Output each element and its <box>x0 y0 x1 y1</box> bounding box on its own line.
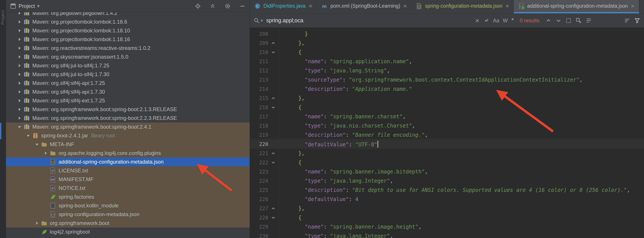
fold-marker-icon[interactable] <box>268 160 278 165</box>
editor-line[interactable]: 219 "description": "Banner file encoding… <box>250 130 644 140</box>
tree-row[interactable]: org.apache.logging.log4j.core.config.plu… <box>6 149 250 157</box>
editor-line[interactable]: 227 }, <box>250 204 644 213</box>
collapse-all-icon[interactable] <box>210 3 216 10</box>
collapse-chevron-icon[interactable] <box>33 142 41 147</box>
editor-line[interactable]: 215 }, <box>250 94 644 103</box>
clear-search-icon[interactable]: × <box>475 17 480 24</box>
editor-line[interactable]: 216 { <box>250 103 644 112</box>
tree-row[interactable]: Maven: org.projectlombok:lombok:1.18.10 <box>6 26 250 35</box>
tree-row[interactable]: Maven: org.projectlombok:lombok:1.18.6 <box>6 18 250 26</box>
tree-row[interactable]: Maven: org.skyscreamer:jsonassert:1.5.0 <box>6 53 250 61</box>
editor-line[interactable]: 218 "type": "java.nio.charset.Charset", <box>250 121 644 130</box>
editor-tab[interactable]: {}additional-spring-configuration-metada… <box>514 0 639 13</box>
expand-chevron-icon[interactable] <box>16 19 24 25</box>
tree-row[interactable]: {}additional-spring-configuration-metada… <box>6 157 250 166</box>
editor-line[interactable]: 225 "description": "Bit depth to use for… <box>250 185 644 195</box>
search-history-chevron-icon[interactable]: ▾ <box>261 18 263 23</box>
fold-marker-icon[interactable] <box>268 151 278 156</box>
editor-line[interactable]: 211 "name": "spring.application.name", <box>250 57 644 66</box>
expand-chevron-icon[interactable] <box>16 37 24 42</box>
add-occurrence-icon[interactable] <box>575 17 582 24</box>
tree-row[interactable]: spring-boot.kotlin_module <box>6 201 250 210</box>
newline-icon[interactable] <box>483 17 490 24</box>
editor-line[interactable]: 212 "type": "java.lang.String", <box>250 66 644 75</box>
expand-chevron-icon[interactable] <box>16 28 24 34</box>
expand-chevron-icon[interactable] <box>16 63 24 69</box>
collapse-chevron-icon[interactable] <box>24 133 32 138</box>
editor-line[interactable]: 228 { <box>250 213 644 222</box>
tree-row[interactable]: NOTICE.txt <box>6 184 250 192</box>
expand-chevron-icon[interactable] <box>16 107 24 112</box>
search-icon[interactable] <box>253 17 260 24</box>
match-case-toggle[interactable]: Aa <box>493 18 499 24</box>
panel-title[interactable]: Project <box>18 3 35 9</box>
select-opened-file-icon[interactable] <box>194 3 201 10</box>
find-in-selection-icon[interactable] <box>565 17 572 24</box>
select-all-occurrences-icon[interactable] <box>586 17 592 24</box>
expand-chevron-icon[interactable] <box>16 115 24 121</box>
editor-line[interactable]: 208 } <box>250 29 644 39</box>
expand-chevron-icon[interactable] <box>16 89 24 95</box>
search-options-icon[interactable] <box>624 17 630 24</box>
collapse-chevron-icon[interactable] <box>16 124 24 130</box>
editor-line[interactable]: 222 { <box>250 158 644 167</box>
tree-row[interactable]: log4j2.springboot <box>6 227 250 236</box>
tree-row[interactable]: Maven: org.projectlombok:lombok:1.18.16 <box>6 35 250 44</box>
filter-icon[interactable] <box>634 17 640 24</box>
expand-chevron-icon[interactable] <box>42 150 50 156</box>
fold-marker-icon[interactable] <box>268 105 278 110</box>
editor-line[interactable]: 220 "defaultValue": "UTF-8" <box>250 140 644 149</box>
close-icon[interactable]: × <box>309 3 312 9</box>
expand-chevron-icon[interactable] <box>16 72 24 77</box>
editor-line[interactable]: 223 "name": "spring.banner.image.bitdept… <box>250 167 644 176</box>
close-icon[interactable]: × <box>631 3 634 9</box>
expand-chevron-icon[interactable] <box>16 54 24 60</box>
tree-row[interactable]: Maven: org.slf4j:jul-to-slf4j:1.7.25 <box>6 61 250 70</box>
tree-row[interactable]: Maven: org.reactivestreams:reactive-stre… <box>6 44 250 53</box>
editor-tab[interactable]: mpom.xml (SpringBoot-Learning)× <box>317 0 412 13</box>
editor-line[interactable]: 217 "name": "spring.banner.charset", <box>250 112 644 121</box>
tree-row[interactable]: Maven: org.slf4j:slf4j-ext:1.7.25 <box>6 96 250 105</box>
regex-toggle[interactable]: * <box>511 17 514 25</box>
tree-row[interactable]: spring-boot-2.4.1.jarlibrary root <box>6 131 250 140</box>
editor-line[interactable]: 229 "name": "spring.banner.image.height"… <box>250 222 644 231</box>
fold-marker-icon[interactable] <box>268 215 278 220</box>
fold-marker-icon[interactable] <box>268 41 278 46</box>
tree-row[interactable]: Maven: org.slf4j:slf4j-api:1.7.25 <box>6 79 250 88</box>
editor-line[interactable]: 207 "defaultValue": "org.springframework… <box>250 28 644 29</box>
tree-row[interactable]: LICENSE.txt <box>6 166 250 175</box>
close-icon[interactable]: × <box>403 3 407 9</box>
editor-tab[interactable]: CDidiProperties.java× <box>250 0 317 13</box>
fold-marker-icon[interactable] <box>268 206 278 211</box>
whole-words-toggle[interactable]: W <box>503 18 508 24</box>
previous-occurrence-icon[interactable] <box>545 17 552 24</box>
expand-chevron-icon[interactable] <box>33 220 41 226</box>
close-icon[interactable]: × <box>506 3 509 9</box>
editor-line[interactable]: 213 "sourceType": "org.springframework.b… <box>250 75 644 84</box>
tree-row[interactable]: {}spring-configuration-metadata.json <box>6 210 250 219</box>
next-occurrence-icon[interactable] <box>555 17 562 24</box>
tree-row[interactable]: Maven: org.springframework.boot:spring-b… <box>6 122 250 131</box>
editor-line[interactable]: 210 { <box>250 48 644 57</box>
editor-line[interactable]: 230 "type": "java.lang.Integer", <box>250 231 644 238</box>
editor-line[interactable]: 209 }, <box>250 39 644 48</box>
tree-row[interactable]: spring.factories <box>6 192 250 201</box>
editor[interactable]: 207 "defaultValue": "org.springframework… <box>250 28 644 238</box>
tree-row[interactable]: Maven: org.springframework.boot:spring-b… <box>6 105 250 114</box>
expand-chevron-icon[interactable] <box>16 98 24 103</box>
expand-chevron-icon[interactable] <box>16 80 24 86</box>
tree-row[interactable]: MFMANIFEST.MF <box>6 175 250 184</box>
editor-line[interactable]: 224 "type": "java.lang.Integer", <box>250 176 644 185</box>
tree-row[interactable]: Maven: org.springframework.boot:spring-b… <box>6 114 250 122</box>
fold-marker-icon[interactable] <box>268 50 278 55</box>
editor-tab[interactable]: {}spring-configuration-metadata.json× <box>412 0 514 13</box>
tree-row[interactable]: Maven: org.slf4j:jul-to-slf4j:1.7.30 <box>6 70 250 79</box>
tree-row[interactable]: org.springframework.boot <box>6 219 250 227</box>
settings-gear-icon[interactable] <box>224 3 231 10</box>
editor-line[interactable]: 221 }, <box>250 149 644 158</box>
editor-line[interactable]: 226 "defaultValue": 4 <box>250 195 644 204</box>
fold-marker-icon[interactable] <box>268 96 278 101</box>
chevron-down-icon[interactable]: ▾ <box>37 3 40 9</box>
tree-row[interactable]: META-INF <box>6 140 250 149</box>
expand-chevron-icon[interactable] <box>16 45 24 51</box>
